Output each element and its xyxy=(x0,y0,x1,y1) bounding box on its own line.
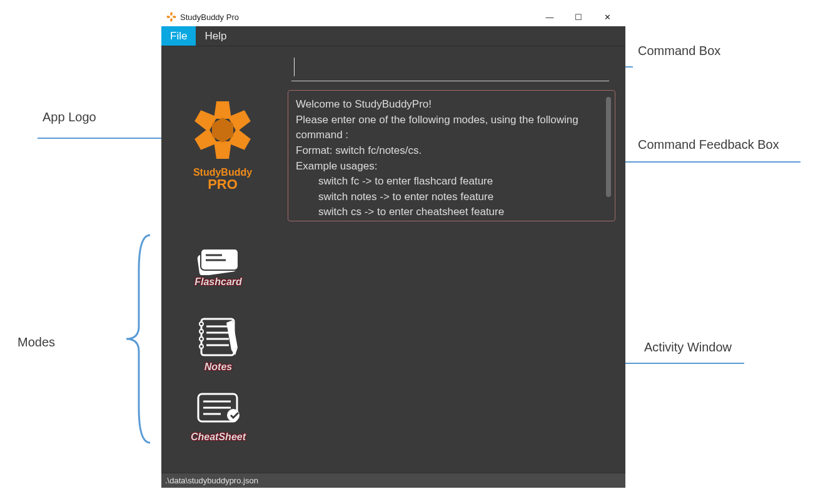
content-area: Welcome to StudyBuddyPro! Please enter o… xyxy=(161,46,625,473)
menu-file[interactable]: File xyxy=(161,26,196,46)
activity-window xyxy=(286,234,617,466)
svg-point-20 xyxy=(199,322,203,326)
text-cursor xyxy=(294,58,295,76)
svg-marker-7 xyxy=(214,141,231,159)
window-title: StudyBuddy Pro xyxy=(180,13,239,22)
command-input[interactable] xyxy=(291,61,609,81)
menu-help[interactable]: Help xyxy=(196,26,235,46)
mode-notes-label: Notes xyxy=(184,361,253,373)
annotation-modes: Modes xyxy=(18,335,55,350)
annotation-activity-window: Activity Window xyxy=(644,340,732,355)
svg-rect-0 xyxy=(170,13,173,16)
notes-icon xyxy=(191,315,245,360)
client-area: File Help Welcome to StudyBuddyPro! Plea… xyxy=(161,26,625,488)
logo-icon xyxy=(191,99,254,161)
logo-text-line2: PRO xyxy=(179,178,266,191)
annotation-brace xyxy=(119,233,156,445)
svg-marker-4 xyxy=(214,101,231,119)
cheatsheet-icon xyxy=(193,390,243,430)
scrollbar-thumb[interactable] xyxy=(606,97,611,197)
menubar: File Help xyxy=(161,26,625,46)
statusbar: .\data\studybuddypro.json xyxy=(161,473,625,488)
app-logo: StudyBuddy PRO xyxy=(179,99,266,191)
annotation-command-feedback-box: Command Feedback Box xyxy=(638,138,779,152)
annotation-command-box: Command Box xyxy=(638,44,720,58)
feedback-example: switch notes -> to enter notes feature xyxy=(296,189,601,205)
svg-point-23 xyxy=(199,345,203,348)
app-icon xyxy=(166,12,176,22)
annotation-pointer-logo xyxy=(38,138,180,139)
feedback-example: switch cs -> to enter cheatsheet feature xyxy=(296,204,601,220)
feedback-example: switch fc -> to enter flashcard feature xyxy=(296,174,601,189)
svg-rect-3 xyxy=(173,16,176,18)
feedback-line: Format: switch fc/notes/cs. xyxy=(296,143,601,159)
svg-point-22 xyxy=(199,337,203,341)
minimize-button[interactable]: — xyxy=(535,8,564,26)
command-feedback-box: Welcome to StudyBuddyPro! Please enter o… xyxy=(288,90,615,221)
mode-flashcard-label: Flashcard xyxy=(184,276,253,288)
mode-cheatsheet[interactable]: CheatSheet xyxy=(184,390,253,443)
close-button[interactable]: ✕ xyxy=(593,8,622,26)
svg-rect-2 xyxy=(167,16,170,18)
feedback-line: Welcome to StudyBuddyPro! xyxy=(296,97,601,113)
annotation-pointer-feedback xyxy=(614,161,800,163)
maximize-button[interactable]: ☐ xyxy=(564,8,593,26)
statusbar-path: .\data\studybuddypro.json xyxy=(165,476,258,485)
mode-notes[interactable]: Notes xyxy=(184,315,253,373)
svg-rect-1 xyxy=(170,18,173,21)
svg-point-21 xyxy=(199,330,203,333)
feedback-line: Please enter one of the following modes,… xyxy=(296,113,601,143)
feedback-line: Example usages: xyxy=(296,159,601,174)
mode-cheatsheet-label: CheatSheet xyxy=(184,431,253,443)
mode-flashcard[interactable]: Flashcard xyxy=(184,245,253,288)
titlebar: StudyBuddy Pro — ☐ ✕ xyxy=(161,8,625,26)
annotation-app-logo: App Logo xyxy=(43,110,96,124)
app-window: StudyBuddy Pro — ☐ ✕ File Help Welcome t… xyxy=(161,8,625,488)
svg-marker-10 xyxy=(212,118,233,143)
flashcard-icon xyxy=(194,245,242,275)
